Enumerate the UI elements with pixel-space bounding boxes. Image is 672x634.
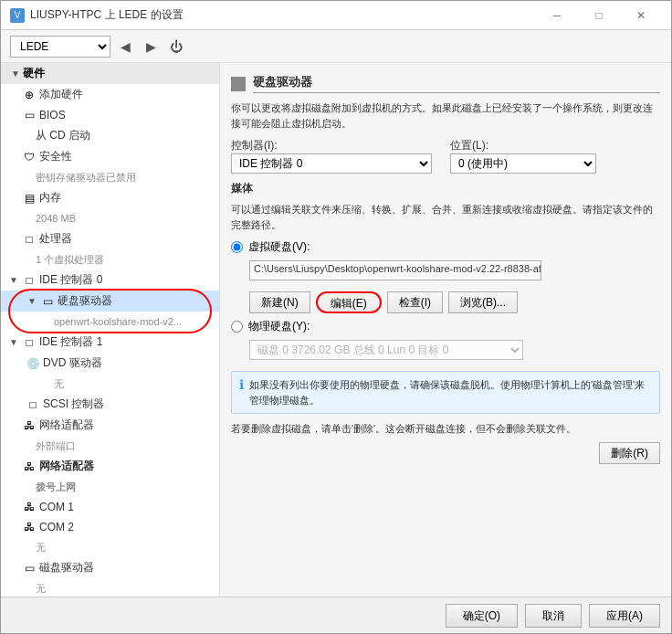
sidebar-item-ide0[interactable]: ▼ □ IDE 控制器 0 — [1, 269, 219, 291]
controller-select[interactable]: IDE 控制器 0 — [231, 153, 432, 174]
inspect-button[interactable]: 检查(I) — [387, 291, 443, 313]
location-select[interactable]: 0 (使用中) — [450, 153, 596, 174]
info-box: ℹ 如果没有列出你要使用的物理硬盘，请确保该磁盘脱机。使用物理计算机上的'磁盘管… — [231, 371, 660, 414]
sidebar: ▼ 硬件 ⊕ 添加硬件 ▭ BIOS 从 CD 启动 � — [1, 63, 220, 597]
main-panel: 硬盘驱动器 你可以更改将虚拟磁盘附加到虚拟机的方式。如果此磁盘上已经安装了一个操… — [220, 63, 671, 597]
sidebar-item-ide1[interactable]: ▼ □ IDE 控制器 1 — [1, 332, 219, 353]
bottom-bar: 确定(O) 取消 应用(A) — [1, 597, 671, 633]
forward-button[interactable]: ▶ — [140, 36, 162, 58]
physical-disk-label: 物理硬盘(Y): — [248, 319, 310, 334]
hdd-highlight-container: ▼ ▭ 硬盘驱动器 openwrt-koolshare-mod-v2... — [1, 291, 219, 332]
sidebar-item-network[interactable]: 🖧 网络适配器 — [1, 415, 219, 436]
sidebar-item-security[interactable]: 🛡 安全性 — [1, 146, 219, 167]
sidebar-item-scsi[interactable]: □ SCSI 控制器 — [1, 394, 219, 415]
sidebar-item-add-hardware[interactable]: ⊕ 添加硬件 — [1, 84, 219, 105]
maximize-button[interactable]: □ — [578, 2, 620, 29]
sidebar-item-hdd[interactable]: ▼ ▭ 硬盘驱动器 — [1, 291, 219, 312]
sidebar-item-com2[interactable]: 🖧 COM 2 — [1, 517, 219, 537]
edit-button[interactable]: 编辑(E) — [316, 291, 382, 313]
physical-disk-select[interactable]: 磁盘 0 3726.02 GB 总线 0 Lun 0 目标 0 — [249, 340, 523, 360]
ok-button[interactable]: 确定(O) — [446, 604, 518, 628]
minimize-button[interactable]: ─ — [536, 2, 578, 29]
sidebar-item-memory[interactable]: ▤ 内存 — [1, 187, 219, 208]
media-label: 媒体 — [231, 181, 660, 196]
apply-button[interactable]: 应用(A) — [589, 604, 660, 628]
delete-note: 若要删除虚拟磁盘，请单击'删除'。这会断开磁盘连接，但不会删除关联文件。 — [231, 421, 660, 437]
back-button[interactable]: ◀ — [114, 36, 136, 58]
window-controls[interactable]: ─ □ ✕ — [536, 2, 662, 29]
delete-btn-row: 删除(R) — [231, 442, 660, 464]
sidebar-item-network-val: 外部端口 — [1, 436, 219, 456]
action-buttons: 新建(N) 编辑(E) 检查(I) 浏览(B)... — [249, 291, 660, 313]
controller-label: 控制器(I): — [231, 138, 432, 153]
cancel-button[interactable]: 取消 — [525, 604, 582, 628]
virtual-disk-path: C:\Users\Liuspy\Desktop\openwrt-koolshar… — [249, 260, 541, 280]
sidebar-item-com2-val: 无 — [1, 537, 219, 557]
sidebar-item-hdd-sub[interactable]: openwrt-koolshare-mod-v2... — [1, 312, 219, 332]
sidebar-item-processor[interactable]: □ 处理器 — [1, 228, 219, 249]
physical-disk-radio[interactable] — [231, 321, 243, 333]
sidebar-item-network-val2: 拨号上网 — [1, 477, 219, 497]
sidebar-item-network2[interactable]: 🖧 网络适配器 — [1, 456, 219, 477]
virtual-disk-label: 虚拟硬盘(V): — [248, 239, 310, 255]
virtual-disk-radio-item[interactable]: 虚拟硬盘(V): — [231, 239, 660, 255]
browse-button[interactable]: 浏览(B)... — [448, 291, 518, 313]
media-description: 可以通过编辑关联文件来压缩、转换、扩展、合并、重新连接或收缩虚拟硬盘。请指定该文… — [231, 202, 660, 232]
sidebar-item-processor-val: 1 个虚拟处理器 — [1, 249, 219, 269]
sidebar-item-dvd-val: 无 — [1, 374, 219, 394]
sidebar-item-cd-boot[interactable]: 从 CD 启动 — [1, 125, 219, 146]
panel-title: 硬盘驱动器 — [253, 74, 660, 93]
new-button[interactable]: 新建(N) — [249, 291, 310, 313]
power-button[interactable]: ⏻ — [165, 36, 187, 58]
physical-disk-radio-item[interactable]: 物理硬盘(Y): — [231, 319, 660, 334]
title-bar: V LIUSPY-HTPC 上 LEDE 的设置 ─ □ ✕ — [1, 1, 671, 30]
sidebar-item-disk[interactable]: ▭ 磁盘驱动器 — [1, 557, 219, 578]
sidebar-item-disk-val: 无 — [1, 578, 219, 597]
location-label: 位置(L): — [450, 138, 596, 153]
info-text: 如果没有列出你要使用的物理硬盘，请确保该磁盘脱机。使用物理计算机上的'磁盘管理'… — [249, 377, 652, 407]
sidebar-item-memory-val: 2048 MB — [1, 208, 219, 228]
delete-button[interactable]: 删除(R) — [599, 442, 660, 464]
info-icon: ℹ — [239, 377, 244, 392]
toolbar: LEDE ◀ ▶ ⏻ — [1, 30, 671, 63]
sidebar-item-bios[interactable]: ▭ BIOS — [1, 105, 219, 125]
sidebar-item-security-sub: 密钥存储驱动器已禁用 — [1, 167, 219, 187]
window-title: LIUSPY-HTPC 上 LEDE 的设置 — [30, 7, 184, 23]
vm-selector[interactable]: LEDE — [10, 36, 110, 58]
app-icon: V — [10, 8, 25, 23]
hardware-section-header: ▼ 硬件 — [1, 63, 219, 84]
sidebar-item-com1[interactable]: 🖧 COM 1 — [1, 497, 219, 517]
close-button[interactable]: ✕ — [620, 2, 662, 29]
main-description: 你可以更改将虚拟磁盘附加到虚拟机的方式。如果此磁盘上已经安装了一个操作系统，则更… — [231, 100, 660, 131]
virtual-disk-radio[interactable] — [231, 241, 243, 253]
sidebar-item-dvd[interactable]: 💿 DVD 驱动器 — [1, 353, 219, 374]
